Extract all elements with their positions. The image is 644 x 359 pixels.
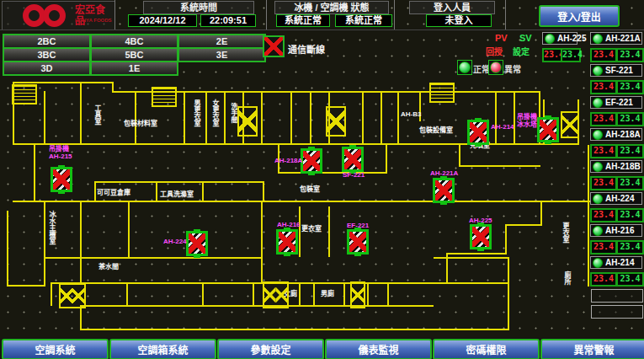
wall-segment [94, 181, 263, 183]
wall-segment [7, 211, 8, 287]
equipment-row-ah-221a[interactable]: AH-221A [590, 32, 642, 45]
wall-segment [343, 282, 345, 306]
sv-label: SV [519, 33, 532, 43]
elevator-icon [326, 106, 346, 137]
ahu-unit-label: AH-221A [430, 169, 458, 177]
equipment-row-ah-224[interactable]: AH-224 [590, 192, 642, 205]
wall-segment [13, 82, 114, 83]
equipment-row-ah-225[interactable]: AH-225 [542, 32, 577, 45]
wall-segment [44, 257, 263, 259]
room-label: 包裝材料室 [124, 118, 157, 127]
wall-segment [459, 143, 460, 167]
room-label: 廁所 [562, 271, 572, 285]
room-label: AH-B3 [401, 110, 421, 118]
room-label: 工具洗滌室 [160, 189, 194, 198]
sv-value: 23.4 [616, 272, 644, 287]
ahu-unit-icon[interactable] [276, 229, 298, 255]
wall-segment [184, 91, 185, 143]
ahu-unit-icon[interactable] [186, 231, 208, 256]
ahu-unit-label: 吊掛機 AH-215 [49, 145, 72, 160]
ahu-unit-icon[interactable] [467, 120, 489, 145]
wall-segment [588, 145, 589, 287]
nav-button-4[interactable]: 儀表監視 [325, 339, 432, 359]
login-logout-button[interactable]: 登入/登出 [539, 5, 620, 27]
equipment-row-ah-218b[interactable]: AH-218B [590, 160, 642, 173]
wall-segment [278, 172, 386, 174]
empty-equipment-slot [591, 289, 643, 303]
ahu-unit-label: AH-224 [163, 238, 187, 245]
elevator-icon [237, 106, 258, 137]
room-label: 包裝設備室 [419, 125, 453, 134]
wall-segment [128, 202, 130, 258]
equipment-name: AH-225 [557, 34, 586, 43]
floor-button-3e[interactable]: 3E [178, 47, 266, 62]
header-divider [394, 0, 395, 29]
pv-label: PV [495, 33, 508, 43]
pv-value: 23.4 [590, 272, 617, 287]
sv-value: 23.4 [616, 144, 644, 158]
wall-segment [261, 202, 263, 284]
wall-segment [13, 143, 579, 145]
room-label: 茶水間 [98, 261, 119, 271]
room-label: 可可豆倉庫 [97, 187, 130, 196]
wall-segment [387, 282, 389, 306]
pv-value: 23.4 [542, 48, 562, 62]
equipment-name: AH-221A [605, 34, 641, 43]
wall-segment [299, 282, 301, 306]
wall-segment [253, 282, 254, 306]
header-divider [114, 0, 115, 29]
nav-button-1[interactable]: 空調系統 [2, 339, 109, 359]
wall-segment [7, 285, 45, 287]
equipment-row-ah-216[interactable]: AH-216 [590, 224, 642, 237]
ahu-unit-icon[interactable] [342, 147, 364, 172]
ahu-unit-label: AH-216 [277, 221, 301, 228]
status-led-icon [593, 66, 603, 76]
wall-segment [263, 181, 264, 202]
room-label: 男廁 [321, 288, 334, 297]
wall-segment [514, 91, 515, 143]
equipment-row-sf-221[interactable]: SF-221 [590, 64, 642, 77]
wall-segment [51, 282, 52, 306]
equipment-row-ah-214[interactable]: AH-214 [590, 256, 642, 269]
ahu-unit-icon[interactable] [470, 224, 492, 249]
ahu-unit-icon[interactable] [537, 117, 559, 142]
sv-value: 23.4 [616, 208, 644, 222]
equipment-row-ah-218a[interactable]: AH-218A [590, 128, 642, 141]
wall-segment [386, 143, 387, 174]
pv-name-label: 回授 [486, 45, 503, 57]
ahu-unit-icon[interactable] [51, 167, 72, 192]
system-time-label: 系統時間 [143, 1, 254, 14]
wall-segment [202, 181, 204, 202]
wall-segment [94, 181, 96, 202]
pv-value: 23.4 [590, 176, 617, 190]
company-logo: 宏亞食品 HUNYA FOODS [2, 1, 115, 30]
elevator-icon [263, 281, 289, 308]
equipment-row-ef-221[interactable]: EF-221 [590, 96, 642, 109]
wall-segment [495, 91, 497, 143]
ahu-unit-icon[interactable] [347, 229, 369, 255]
ahu-unit-label: AH-225 [469, 217, 492, 224]
nav-button-2[interactable]: 空調箱系統 [109, 339, 216, 359]
ahu-unit-icon[interactable] [301, 148, 322, 174]
room-label: 工具室 [93, 104, 102, 125]
equipment-name: AH-224 [605, 194, 634, 203]
floor-button-1e[interactable]: 1E [90, 61, 178, 76]
ahu-unit-label: AH-214 [491, 123, 514, 131]
ahu-unit-icon[interactable] [433, 178, 455, 203]
equipment-name: EF-221 [605, 98, 633, 107]
header-divider [266, 0, 267, 29]
elevator-icon [350, 281, 365, 308]
floor-button-3d[interactable]: 3D [3, 61, 91, 76]
wall-segment [446, 253, 507, 255]
wall-segment [505, 224, 507, 255]
room-label: 包裝室 [300, 184, 320, 193]
nav-button-6[interactable]: 異常警報 [540, 339, 644, 359]
equipment-name: AH-218A [605, 130, 641, 139]
status-led-icon [593, 226, 603, 236]
wall-segment [508, 257, 509, 330]
sv-value: 23.4 [561, 48, 581, 62]
nav-button-3[interactable]: 參數設定 [217, 339, 324, 359]
nav-button-5[interactable]: 密碼權限 [433, 339, 540, 359]
system-time-value: 22:09:51 [200, 14, 256, 27]
wall-segment [434, 257, 509, 259]
